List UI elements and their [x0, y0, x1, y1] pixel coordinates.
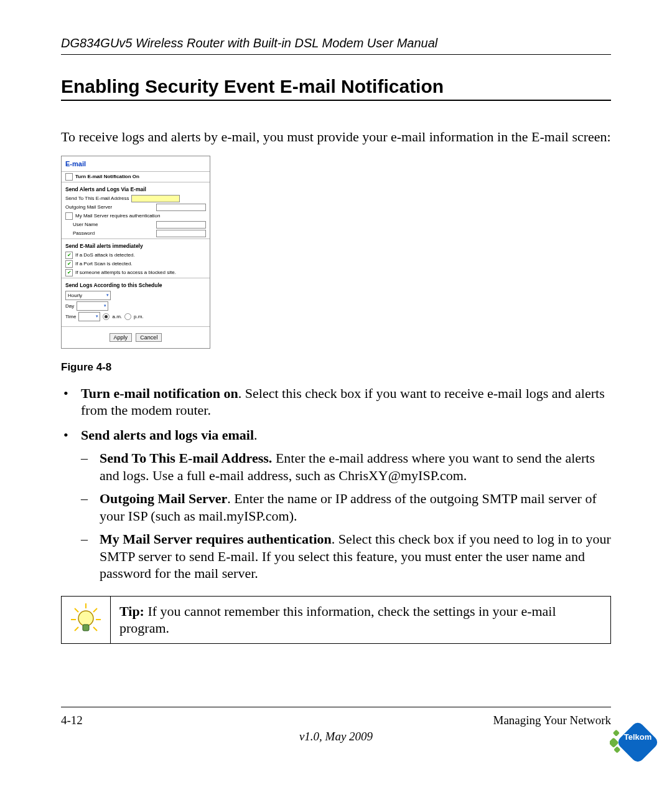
turn-on-label: Turn E-mail Notification On	[75, 174, 139, 179]
day-label: Day	[65, 303, 74, 309]
running-head: DG834GUv5 Wireless Router with Built-in …	[61, 36, 611, 50]
figure-caption: Figure 4-8	[61, 361, 611, 374]
telkom-logo: Telkom	[610, 705, 666, 773]
time-select[interactable]: ▾	[78, 312, 100, 321]
email-settings-screenshot: E-mail Turn E-mail Notification On Send …	[61, 156, 210, 349]
footer-version: v1.0, May 2009	[0, 730, 672, 743]
title-rule	[61, 100, 611, 101]
dos-label: If a DoS attack is detected.	[75, 252, 135, 258]
auth-label: My Mail Server requires authentication	[75, 213, 161, 219]
dash-lead: My Mail Server requires authentication	[100, 531, 332, 547]
panel-title: E-mail	[62, 156, 210, 170]
outgoing-label: Outgoing Mail Server	[65, 204, 112, 210]
svg-line-1	[75, 608, 78, 612]
page-number: 4-12	[61, 714, 83, 727]
send-alerts-section-title: Send Alerts and Logs Via E-mail	[62, 184, 210, 194]
svg-line-2	[93, 608, 97, 612]
chevron-down-icon: ▾	[106, 293, 109, 298]
time-label: Time	[65, 314, 76, 319]
password-label: Password	[73, 230, 95, 236]
alerts-immediate-title: Send E-Mail alerts immediately	[62, 240, 210, 250]
dash-item: My Mail Server requires authentication. …	[81, 531, 611, 582]
svg-point-7	[78, 611, 93, 626]
blocked-label: If someone attempts to access a blocked …	[75, 270, 176, 275]
svg-line-6	[93, 627, 97, 631]
blocked-checkbox[interactable]	[65, 269, 73, 276]
bullet-rest: .	[254, 427, 258, 443]
svg-rect-10	[610, 737, 619, 748]
header-rule	[61, 54, 611, 55]
portscan-label: If a Port Scan is detected.	[75, 261, 133, 267]
day-select[interactable]: ▾	[77, 301, 108, 311]
tip-box: Tip: If you cannot remember this informa…	[61, 596, 611, 644]
svg-line-5	[75, 627, 78, 631]
footer-row: 4-12 Managing Your Network	[61, 714, 611, 727]
schedule-title: Send Logs According to this Schedule	[62, 280, 210, 290]
section-name: Managing Your Network	[493, 714, 611, 727]
pm-label: p.m.	[134, 314, 144, 319]
turn-on-checkbox[interactable]	[65, 173, 73, 181]
chevron-down-icon: ▾	[104, 303, 106, 308]
footer-rule	[61, 707, 611, 707]
dash-item: Outgoing Mail Server. Enter the name or …	[81, 490, 611, 524]
svg-rect-12	[613, 729, 620, 736]
send-to-input[interactable]	[131, 195, 180, 202]
bullet-lead: Turn e-mail notification on	[81, 385, 238, 401]
bullet-list: Turn e-mail notification on. Select this…	[61, 385, 611, 582]
schedule-select[interactable]: Hourly ▾	[65, 291, 111, 300]
dash-list: Send To This E-mail Address. Enter the e…	[81, 450, 611, 582]
pm-radio[interactable]	[124, 313, 131, 320]
svg-rect-11	[614, 746, 620, 753]
dash-lead: Outgoing Mail Server	[100, 491, 227, 506]
apply-button[interactable]: Apply	[110, 333, 133, 342]
bullet-lead: Send alerts and logs via email	[81, 427, 254, 443]
svg-rect-8	[83, 625, 89, 631]
username-label: User Name	[73, 222, 98, 227]
am-label: a.m.	[112, 314, 122, 319]
intro-text: To receive logs and alerts by e-mail, yo…	[61, 128, 611, 146]
dash-lead: Send To This E-mail Address.	[100, 450, 272, 466]
bullet-item: Turn e-mail notification on. Select this…	[61, 385, 611, 419]
password-input[interactable]	[156, 230, 206, 237]
svg-rect-9	[616, 720, 660, 765]
bullet-item: Send alerts and logs via email. Send To …	[61, 427, 611, 582]
tip-icon-cell	[62, 597, 111, 643]
cancel-button[interactable]: Cancel	[136, 333, 162, 342]
auth-checkbox[interactable]	[65, 212, 73, 220]
tip-text: Tip: If you cannot remember this informa…	[111, 597, 610, 643]
lightbulb-icon	[68, 602, 103, 637]
outgoing-input[interactable]	[156, 204, 206, 211]
portscan-checkbox[interactable]	[65, 260, 73, 268]
svg-text:Telkom: Telkom	[624, 732, 652, 742]
username-input[interactable]	[156, 221, 206, 229]
send-to-label: Send To This E-mail Address	[65, 196, 129, 201]
dos-checkbox[interactable]	[65, 252, 73, 259]
am-radio[interactable]	[103, 313, 110, 320]
chevron-down-icon: ▾	[96, 314, 98, 319]
schedule-value: Hourly	[68, 293, 82, 298]
dash-item: Send To This E-mail Address. Enter the e…	[81, 450, 611, 484]
tip-body: If you cannot remember this information,…	[119, 603, 556, 636]
section-title: Enabling Security Event E-mail Notificat…	[61, 76, 611, 97]
tip-lead: Tip:	[119, 603, 144, 619]
